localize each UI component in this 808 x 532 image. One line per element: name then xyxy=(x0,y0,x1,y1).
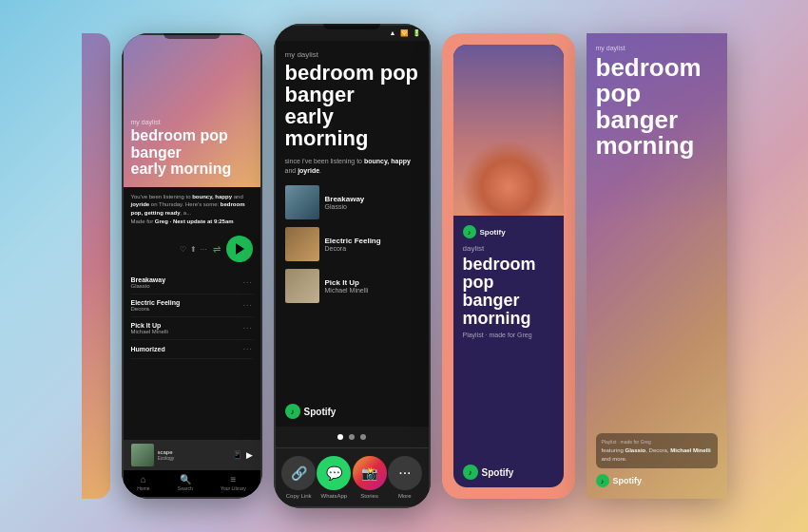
right-mini-featuring: featuring Glassio, Decora, Michael Minel… xyxy=(602,446,712,463)
card-playlist-title: bedroom pop banger morning xyxy=(463,256,554,328)
phone1-track-list: Breakaway Glassio ··· Electric Feeling D… xyxy=(124,268,260,440)
heart-icon[interactable]: ♡ xyxy=(180,245,186,254)
phone2-spotify-logo: Spotify xyxy=(285,404,419,419)
phone2-screen: ▲ 🛜 🔋 my daylist bedroom pop bangerearly… xyxy=(276,26,429,506)
phone2-description: since i've been listening to bouncy, hap… xyxy=(285,157,419,176)
phone-spotify-app: my daylist bedroom pop bangerearly morni… xyxy=(122,33,262,499)
menu-icon[interactable]: ··· xyxy=(201,245,207,254)
right-spotify-logo: ♪ Spotify xyxy=(596,474,718,487)
track-info-breakaway: Breakaway Glassio xyxy=(131,276,166,289)
signal-icon: ▲ xyxy=(390,29,396,37)
track-artist: Glassio xyxy=(325,203,365,210)
phone2-playlist-title: bedroom pop bangerearly morning xyxy=(285,62,419,149)
phone2-share-bar: 🔗 Copy Link 💬 WhatsApp 📸 Stories ··· Mor… xyxy=(276,447,429,506)
nav-home[interactable]: ⌂ Home xyxy=(137,474,149,491)
card-sp-icon: ♪ xyxy=(463,465,478,480)
phone1-meta: You've been listening to bouncy, happy a… xyxy=(124,187,260,230)
right-sp-circle: ♪ xyxy=(596,474,609,487)
mini-play-icon[interactable]: ▶ xyxy=(246,450,253,460)
nav-library[interactable]: ≡ Your Library xyxy=(221,474,246,491)
share-whatsapp[interactable]: 💬 WhatsApp xyxy=(317,456,351,499)
phone2-content: my daylist bedroom pop bangerearly morni… xyxy=(276,41,429,427)
wifi-icon: 🛜 xyxy=(400,29,409,37)
phone1-desc: You've been listening to bouncy, happy a… xyxy=(131,193,253,217)
card-daylist-label: daylist xyxy=(463,244,554,253)
track-name: Breakaway xyxy=(325,195,365,203)
phone1-playlist-title: bedroom pop bangerearly morning xyxy=(131,127,253,178)
copy-link-icon: 🔗 xyxy=(281,456,316,490)
share-whatsapp-label: WhatsApp xyxy=(321,493,348,499)
instagram-icon: 📸 xyxy=(353,456,387,490)
track-options-icon[interactable]: ··· xyxy=(243,345,253,353)
nav-search[interactable]: 🔍 Search xyxy=(178,474,193,491)
spotify-wordmark: Spotify xyxy=(304,407,337,417)
mini-player-thumb xyxy=(131,444,154,466)
home-icon: ⌂ xyxy=(141,474,146,484)
more-icon: ··· xyxy=(388,456,422,490)
share-more-label: More xyxy=(398,493,412,499)
track-name: Humorized xyxy=(131,346,165,352)
phone1-mini-player[interactable]: scape Ecology 📱 ▶ xyxy=(124,440,260,470)
phone2-notch xyxy=(323,24,380,29)
share-card-body: ♪ Spotify daylist bedroom pop banger mor… xyxy=(453,216,564,487)
play-button[interactable] xyxy=(226,236,253,262)
card-footer: ♪ Spotify xyxy=(463,465,554,480)
card-spotify-text: Spotify xyxy=(480,228,506,237)
phone1-frame: my daylist bedroom pop bangerearly morni… xyxy=(122,33,262,499)
share-copy-link[interactable]: 🔗 Copy Link xyxy=(281,456,316,499)
track-options-icon[interactable]: ··· xyxy=(243,324,253,332)
phone1-hero: my daylist bedroom pop bangerearly morni… xyxy=(124,35,260,187)
track-options-icon[interactable]: ··· xyxy=(243,301,253,310)
nav-home-label: Home xyxy=(137,485,149,491)
phone1-daylist-label: my daylist xyxy=(131,119,253,125)
mini-devices-icon[interactable]: 📱 xyxy=(232,450,242,460)
track-artist: Glassio xyxy=(131,283,166,289)
card-subtitle: Playlist · made for Greg xyxy=(463,332,554,338)
right-playlist-title: bedroom pop banger morning xyxy=(596,55,718,433)
battery-icon: 🔋 xyxy=(413,29,421,37)
track-artist: Michael Minelli xyxy=(131,329,168,334)
phone1-controls: ♡ ⬆ ··· ⇌ xyxy=(124,230,260,268)
phone2-track-info: Electric Feeling Decora xyxy=(325,237,381,252)
mini-controls: 📱 ▶ xyxy=(232,450,253,460)
right-sp-text: Spotify xyxy=(613,476,643,485)
track-thumb-pickup xyxy=(285,269,319,303)
share-copy-link-label: Copy Link xyxy=(286,493,312,499)
phone2-tracklist: Breakaway Glassio Electric Feeling Decor… xyxy=(285,185,419,394)
share-icon[interactable]: ⬆ xyxy=(190,245,197,254)
track-thumb-electric xyxy=(285,227,319,261)
dot-3[interactable] xyxy=(360,434,366,440)
right-mini-label: Playlist · made for Greg xyxy=(602,439,712,445)
card-spotify-logo: ♪ Spotify xyxy=(463,225,554,238)
phone1-nav-bar: ⌂ Home 🔍 Search ≡ Your Library xyxy=(124,470,260,497)
share-stories[interactable]: 📸 Stories xyxy=(353,456,387,499)
track-item-humorized: Humorized ··· xyxy=(131,340,253,359)
phone-share-sheet: ▲ 🛜 🔋 my daylist bedroom pop bangerearly… xyxy=(274,24,431,508)
card-spotify-circle: ♪ xyxy=(463,225,476,238)
track-options-icon[interactable]: ··· xyxy=(243,278,253,287)
nav-search-label: Search xyxy=(178,485,193,491)
track-info-pickup: Pick It Up Michael Minelli xyxy=(131,322,168,334)
share-card-inner: ♪ Spotify daylist bedroom pop banger mor… xyxy=(453,45,564,487)
share-more[interactable]: ··· More xyxy=(388,456,422,499)
partial-phone-left xyxy=(82,33,110,499)
phone1-hero-text: my daylist bedroom pop bangerearly morni… xyxy=(131,119,253,178)
track-item-breakaway: Breakaway Glassio ··· xyxy=(131,272,253,294)
dot-1[interactable] xyxy=(337,434,343,440)
whatsapp-icon: 💬 xyxy=(317,456,351,490)
card-spotify-bottom-logo: ♪ Spotify xyxy=(463,465,554,480)
phone2-track-info: Breakaway Glassio xyxy=(325,195,365,210)
phone1-notch xyxy=(164,33,221,39)
phone2-track-electric: Electric Feeling Decora xyxy=(285,227,419,261)
phone2-title-area: my daylist bedroom pop bangerearly morni… xyxy=(285,50,419,149)
dot-2[interactable] xyxy=(349,434,355,440)
phone1-ctrl-icons: ♡ ⬆ ··· xyxy=(180,245,207,254)
track-thumb-breakaway xyxy=(285,185,319,219)
phone2-track-breakaway: Breakaway Glassio xyxy=(285,185,419,219)
right-bottom: Playlist · made for Greg featuring Glass… xyxy=(596,433,718,487)
track-artist: Decora xyxy=(325,245,381,252)
track-name: Electric Feeling xyxy=(131,299,181,306)
phone2-track-info: Pick It Up Michael Minelli xyxy=(325,278,369,294)
art-glow xyxy=(461,140,556,216)
shuffle-icon[interactable]: ⇌ xyxy=(213,244,221,255)
